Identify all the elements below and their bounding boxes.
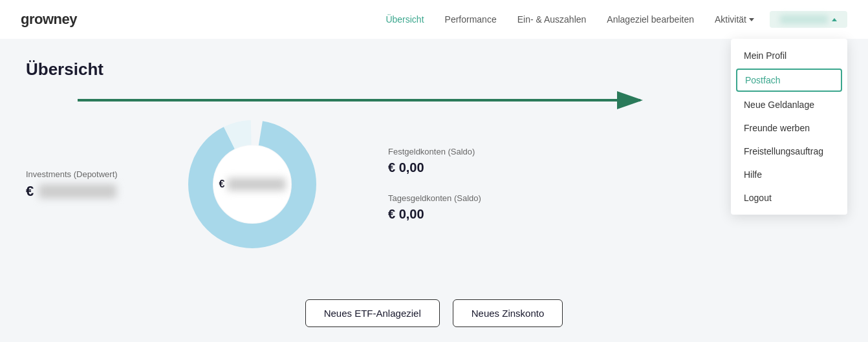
overview-area: Investments (Depotwert) € € [26,100,842,268]
dropdown-freunde-werben[interactable]: Freunde werben [731,116,847,140]
user-placeholder [780,15,828,24]
nav-ein-auszahlen[interactable]: Ein- & Auszahlen [517,14,587,25]
dropdown-freistellungsauftrag[interactable]: Freistellungsauftrag [731,140,847,163]
donut-value-blurred [227,178,285,191]
donut-currency: € [219,178,225,190]
nav-anlageziel[interactable]: Anlageziel bearbeiten [607,14,694,25]
header: growney Übersicht Performance Ein- & Aus… [0,0,868,39]
investments-value: € [26,183,142,200]
dropdown-postfach[interactable]: Postfach [736,69,842,92]
festgeld-label: Festgeldkonten (Saldo) [388,147,481,156]
chevron-up-icon [832,18,837,21]
investments-blurred [39,184,116,198]
page-title: Übersicht [26,59,842,80]
neues-etf-button[interactable]: Neues ETF-Anlageziel [305,299,440,327]
donut-chart: € [181,113,323,255]
logo: growney [21,11,77,28]
investments-label: Investments (Depotwert) [26,169,142,179]
chevron-down-icon [749,18,754,21]
nav-performance[interactable]: Performance [445,14,497,25]
nav-ubersicht[interactable]: Übersicht [385,14,424,25]
festgeld-value: € 0,00 [388,160,481,175]
dropdown-neue-geldanlage[interactable]: Neue Geldanlage [731,93,847,116]
right-info: Festgeldkonten (Saldo) € 0,00 Tagesgeldk… [388,147,481,222]
tagesgeld-label: Tagesgeldkonten (Saldo) [388,193,481,203]
user-menu-button[interactable] [770,11,847,28]
dropdown-mein-profil[interactable]: Mein Profil [731,44,847,67]
neues-zinskonto-button[interactable]: Neues Zinskonto [453,299,563,327]
dropdown-menu: Mein Profil Postfach Neue Geldanlage Fre… [731,39,847,215]
investments-currency: € [26,183,34,200]
nav-aktivitat[interactable]: Aktivität [715,14,754,25]
donut-center-label: € [219,178,286,191]
dropdown-hilfe[interactable]: Hilfe [731,163,847,186]
dropdown-logout[interactable]: Logout [731,186,847,209]
investment-info: Investments (Depotwert) € [26,169,142,200]
tagesgeld-card: Tagesgeldkonten (Saldo) € 0,00 [388,193,481,222]
buttons-row: Neues ETF-Anlageziel Neues Zinskonto [26,299,842,327]
aktivitat-label: Aktivität [715,14,746,25]
main-nav: Übersicht Performance Ein- & Auszahlen A… [385,14,754,25]
festgeld-card: Festgeldkonten (Saldo) € 0,00 [388,147,481,175]
tagesgeld-value: € 0,00 [388,207,481,222]
user-area [770,11,847,28]
